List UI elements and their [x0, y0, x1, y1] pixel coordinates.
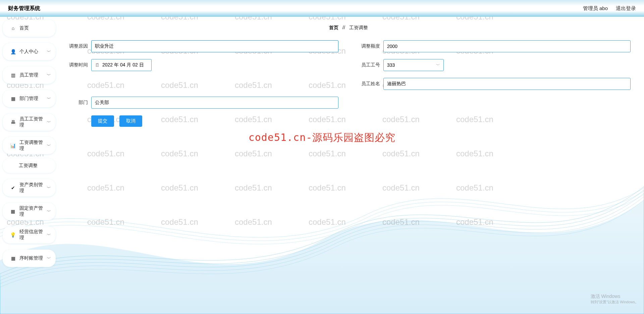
empname-input[interactable]: [383, 78, 631, 90]
asset-cat-icon: ✔: [10, 185, 16, 191]
reason-label: 调整原因: [66, 43, 88, 49]
sidebar-item-label: 工资调整管理: [19, 140, 47, 152]
home-icon: ⌂: [10, 25, 16, 31]
sidebar-item-9[interactable]: ▦序时账管理﹀: [3, 250, 56, 267]
biz-info-icon: 💡: [10, 232, 16, 238]
sidebar-item-label: 员工管理: [19, 72, 38, 78]
empid-value: 333: [387, 62, 395, 68]
chevron-down-icon: ﹀: [47, 96, 51, 102]
sidebar-item-label: 经营信息管理: [19, 229, 47, 241]
sidebar-item-1[interactable]: 👤个人中心﹀: [3, 43, 56, 60]
sidebar-item-label: 员工工资管理: [19, 116, 47, 128]
ledger-icon: ▦: [10, 256, 16, 261]
sidebar-item-4[interactable]: 🖶员工工资管理﹀: [3, 113, 56, 131]
chevron-down-icon: ﹀: [47, 256, 51, 261]
header-bar: 财务管理系统 管理员 abo 退出登录: [0, 0, 644, 17]
cancel-button[interactable]: 取消: [119, 115, 142, 127]
calendar-icon: 🗓: [95, 62, 100, 68]
time-input[interactable]: 🗓 2022 年 04 月 02 日: [91, 59, 152, 71]
sidebar-item-2[interactable]: ▥员工管理﹀: [3, 66, 56, 84]
dept-input[interactable]: [91, 97, 338, 109]
sidebar-sub-salary-adjust[interactable]: 工资调整: [3, 158, 56, 173]
sidebar-item-label: 首页: [19, 25, 29, 31]
empid-label: 员工工号: [359, 62, 380, 68]
time-value: 2022 年 04 月 02 日: [102, 62, 144, 68]
dept-icon: ▦: [10, 96, 16, 101]
chevron-down-icon: ﹀: [47, 185, 51, 191]
chevron-down-icon: ﹀: [47, 119, 51, 125]
employee-icon: ▥: [10, 72, 16, 78]
empid-select[interactable]: 333 ﹀: [383, 59, 444, 71]
sidebar-item-label: 固定资产管理: [19, 205, 47, 217]
sidebar-item-3[interactable]: ▦部门管理﹀: [3, 90, 56, 107]
chevron-down-icon: ﹀: [47, 49, 51, 55]
user-icon: 👤: [10, 49, 16, 54]
sidebar-item-8[interactable]: 💡经营信息管理﹀: [3, 226, 56, 244]
empname-label: 员工姓名: [359, 81, 380, 87]
sidebar-item-label: 资产类别管理: [19, 182, 47, 194]
time-label: 调整时间: [66, 62, 88, 68]
reason-input[interactable]: [91, 40, 338, 52]
chevron-down-icon: ﹀: [436, 62, 440, 68]
chevron-down-icon: ﹀: [47, 143, 51, 149]
chevron-down-icon: ﹀: [47, 209, 51, 214]
breadcrumb-home[interactable]: 首页: [329, 25, 338, 30]
dept-label: 部门: [66, 100, 88, 106]
sidebar-item-label: 个人中心: [19, 49, 38, 55]
adjust-icon: 📊: [10, 143, 16, 148]
chevron-down-icon: ﹀: [47, 72, 51, 78]
sidebar-item-label: 序时账管理: [19, 255, 43, 261]
sidebar: ⌂首页👤个人中心﹀▥员工管理﹀▦部门管理﹀🖶员工工资管理﹀📊工资调整管理﹀工资调…: [0, 17, 57, 314]
salary-icon: 🖶: [10, 119, 16, 125]
breadcrumb: 首页 // 工资调整: [66, 25, 631, 31]
sidebar-item-label: 部门管理: [19, 96, 38, 102]
sidebar-item-5[interactable]: 📊工资调整管理﹀: [3, 137, 56, 154]
sidebar-item-7[interactable]: ▦固定资产管理﹀: [3, 203, 56, 220]
chevron-down-icon: ﹀: [47, 232, 51, 238]
amount-label: 调整额度: [359, 43, 380, 49]
main-content: 首页 // 工资调整 调整原因 调整额度 调整时间 🗓 2022 年 04 月 …: [57, 17, 644, 314]
submit-button[interactable]: 提交: [91, 115, 114, 127]
breadcrumb-sep: //: [342, 25, 345, 30]
sidebar-item-6[interactable]: ✔资产类别管理﹀: [3, 179, 56, 197]
app-title: 财务管理系统: [8, 5, 40, 12]
amount-input[interactable]: [383, 40, 631, 52]
breadcrumb-current: 工资调整: [349, 25, 368, 30]
logout-link[interactable]: 退出登录: [616, 5, 636, 12]
fixed-asset-icon: ▦: [10, 209, 16, 214]
admin-link[interactable]: 管理员 abo: [583, 5, 608, 12]
sidebar-item-0[interactable]: ⌂首页: [3, 19, 56, 37]
